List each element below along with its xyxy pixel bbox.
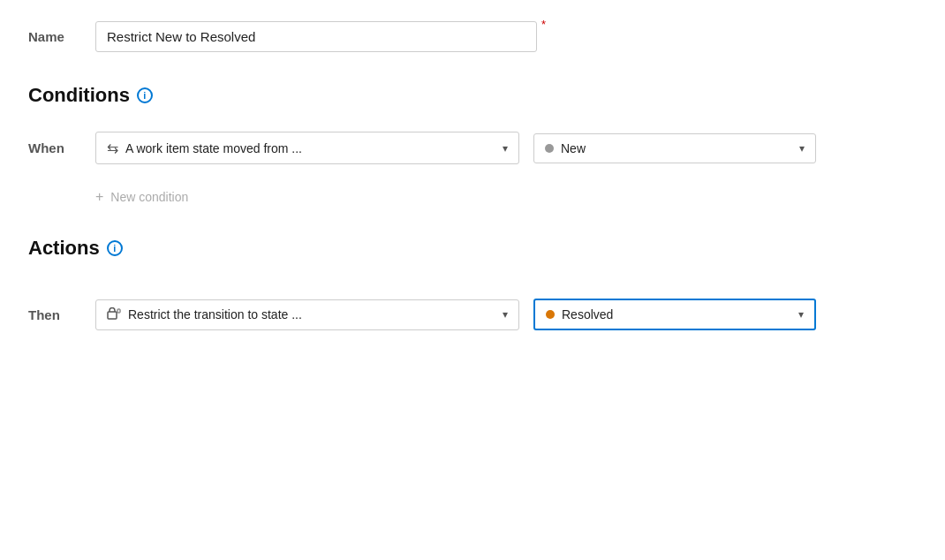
name-input[interactable]	[95, 21, 537, 52]
when-state-dot	[545, 144, 554, 153]
when-dropdown-content: ⇆ A work item state moved from ...	[107, 140, 302, 156]
name-input-wrapper: *	[95, 21, 537, 52]
svg-rect-0	[108, 312, 117, 319]
then-state-dot	[546, 310, 555, 319]
actions-header: Actions i	[28, 237, 917, 260]
when-state-text: New	[561, 141, 586, 155]
when-dropdown-text: A work item state moved from ...	[125, 141, 302, 155]
then-state-chevron-icon: ▾	[798, 308, 804, 321]
name-row: Name *	[28, 21, 917, 52]
when-row: When ⇆ A work item state moved from ... …	[28, 132, 917, 164]
then-dropdown[interactable]: Restrict the transition to state ... ▾	[95, 299, 519, 330]
actions-title: Actions	[28, 237, 100, 260]
new-condition-row[interactable]: + New condition	[28, 189, 917, 205]
when-chevron-icon: ▾	[503, 142, 508, 155]
new-condition-label: New condition	[110, 190, 188, 204]
when-state-chevron-icon: ▾	[799, 142, 805, 155]
when-dropdown[interactable]: ⇆ A work item state moved from ... ▾	[95, 132, 519, 164]
required-star: *	[541, 18, 546, 31]
conditions-header: Conditions i	[28, 84, 917, 107]
conditions-section: Conditions i When ⇆ A work item state mo…	[28, 84, 917, 205]
then-state-dropdown[interactable]: Resolved ▾	[533, 299, 816, 330]
then-state-text: Resolved	[562, 307, 613, 322]
conditions-info-icon[interactable]: i	[137, 87, 153, 103]
then-dropdown-text: Restrict the transition to state ...	[128, 307, 302, 322]
when-state-content: New	[545, 141, 586, 155]
when-state-dropdown[interactable]: New ▾	[533, 133, 816, 163]
svg-rect-1	[117, 309, 120, 313]
then-state-content: Resolved	[546, 307, 613, 322]
name-label: Name	[28, 29, 81, 44]
then-row: Then Restrict the transition to state ..…	[28, 299, 917, 330]
restrict-icon	[107, 307, 121, 322]
when-label: When	[28, 140, 81, 155]
then-dropdown-content: Restrict the transition to state ...	[107, 307, 302, 322]
plus-icon: +	[95, 189, 103, 205]
swap-icon: ⇆	[107, 140, 118, 156]
actions-section: Actions i Then Restrict the transition t…	[28, 237, 917, 330]
conditions-title: Conditions	[28, 84, 130, 107]
then-chevron-icon: ▾	[503, 308, 508, 321]
then-label: Then	[28, 307, 81, 322]
actions-info-icon[interactable]: i	[107, 240, 123, 256]
